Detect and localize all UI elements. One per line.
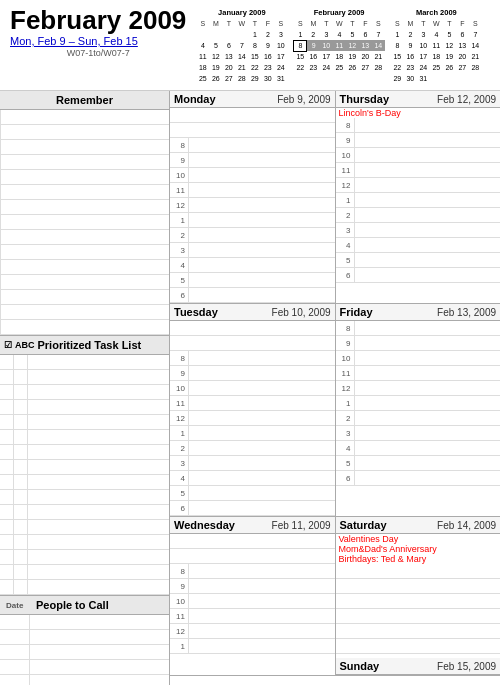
task-row[interactable] [0, 385, 169, 400]
time-slot[interactable] [188, 624, 335, 638]
remember-line[interactable] [0, 155, 169, 170]
time-slot[interactable] [188, 228, 335, 242]
time-slot[interactable] [188, 426, 335, 440]
time-row[interactable]: 6 [170, 501, 335, 516]
time-row[interactable]: 12 [170, 411, 335, 426]
task-check[interactable] [14, 580, 28, 594]
people-row[interactable] [0, 660, 169, 675]
task-check[interactable] [14, 565, 28, 579]
time-row[interactable]: 6 [170, 288, 335, 303]
task-text[interactable] [28, 580, 169, 594]
time-slot[interactable] [188, 366, 335, 380]
task-text[interactable] [28, 415, 169, 429]
task-row[interactable] [0, 460, 169, 475]
task-row[interactable] [0, 370, 169, 385]
time-slot[interactable] [354, 238, 501, 252]
time-slot[interactable] [354, 163, 501, 177]
people-col-date[interactable] [0, 615, 30, 629]
time-row[interactable]: 5 [170, 486, 335, 501]
task-check[interactable] [14, 400, 28, 414]
time-slot[interactable] [188, 168, 335, 182]
remember-line[interactable] [0, 200, 169, 215]
task-row[interactable] [0, 415, 169, 430]
time-row[interactable]: 12 [336, 178, 501, 193]
task-text[interactable] [28, 385, 169, 399]
task-check[interactable] [14, 460, 28, 474]
time-slot[interactable] [354, 118, 501, 132]
time-row[interactable]: 8 [170, 351, 335, 366]
time-slot[interactable] [354, 208, 501, 222]
task-row[interactable] [0, 445, 169, 460]
task-text[interactable] [28, 550, 169, 564]
time-slot[interactable] [354, 366, 501, 380]
time-slot[interactable] [188, 273, 335, 287]
task-text[interactable] [28, 520, 169, 534]
time-row[interactable]: 4 [170, 471, 335, 486]
time-row[interactable]: 2 [336, 208, 501, 223]
task-text[interactable] [28, 400, 169, 414]
time-row[interactable]: 9 [170, 153, 335, 168]
task-check[interactable] [14, 550, 28, 564]
time-slot[interactable] [188, 411, 335, 425]
task-row[interactable] [0, 430, 169, 445]
time-slot[interactable] [188, 396, 335, 410]
task-check[interactable] [14, 535, 28, 549]
time-slot[interactable] [188, 183, 335, 197]
remember-line[interactable] [0, 125, 169, 140]
time-slot[interactable] [354, 193, 501, 207]
task-check[interactable] [14, 355, 28, 369]
task-row[interactable] [0, 565, 169, 580]
time-row[interactable]: 4 [170, 258, 335, 273]
time-slot[interactable] [354, 253, 501, 267]
task-check[interactable] [14, 490, 28, 504]
people-col-name[interactable] [30, 675, 169, 685]
time-slot[interactable] [354, 321, 501, 335]
people-row[interactable] [0, 615, 169, 630]
task-text[interactable] [28, 445, 169, 459]
time-slot[interactable] [188, 609, 335, 623]
task-check[interactable] [14, 430, 28, 444]
time-slot[interactable] [188, 471, 335, 485]
task-check[interactable] [14, 475, 28, 489]
time-row[interactable]: 10 [170, 594, 335, 609]
people-col-date[interactable] [0, 645, 30, 659]
time-row[interactable]: 11 [170, 609, 335, 624]
people-col-date[interactable] [0, 660, 30, 674]
time-slot[interactable] [354, 223, 501, 237]
task-row[interactable] [0, 475, 169, 490]
time-slot[interactable] [188, 564, 335, 578]
people-row[interactable] [0, 645, 169, 660]
people-row[interactable] [0, 630, 169, 645]
time-row[interactable]: 8 [170, 564, 335, 579]
time-slot[interactable] [354, 336, 501, 350]
time-row[interactable]: 9 [170, 366, 335, 381]
task-row[interactable] [0, 400, 169, 415]
time-row[interactable]: 11 [170, 183, 335, 198]
time-slot[interactable] [354, 396, 501, 410]
time-slot[interactable] [354, 471, 501, 485]
time-slot[interactable] [354, 133, 501, 147]
time-row[interactable]: 3 [336, 223, 501, 238]
time-row[interactable]: 3 [170, 456, 335, 471]
people-row[interactable] [0, 675, 169, 685]
time-row[interactable]: 1 [170, 639, 335, 654]
time-slot[interactable] [354, 441, 501, 455]
time-row[interactable]: 3 [336, 426, 501, 441]
time-slot[interactable] [354, 268, 501, 282]
time-row[interactable]: 4 [336, 441, 501, 456]
task-text[interactable] [28, 460, 169, 474]
time-row[interactable]: 5 [336, 253, 501, 268]
task-text[interactable] [28, 505, 169, 519]
time-slot[interactable] [354, 351, 501, 365]
time-row[interactable]: 8 [336, 321, 501, 336]
time-row[interactable]: 10 [170, 168, 335, 183]
time-row[interactable]: 11 [170, 396, 335, 411]
people-col-name[interactable] [30, 630, 169, 644]
time-slot[interactable] [354, 426, 501, 440]
remember-line[interactable] [0, 275, 169, 290]
remember-line[interactable] [0, 140, 169, 155]
time-row[interactable]: 10 [336, 351, 501, 366]
task-check[interactable] [14, 385, 28, 399]
time-slot[interactable] [188, 213, 335, 227]
task-text[interactable] [28, 535, 169, 549]
